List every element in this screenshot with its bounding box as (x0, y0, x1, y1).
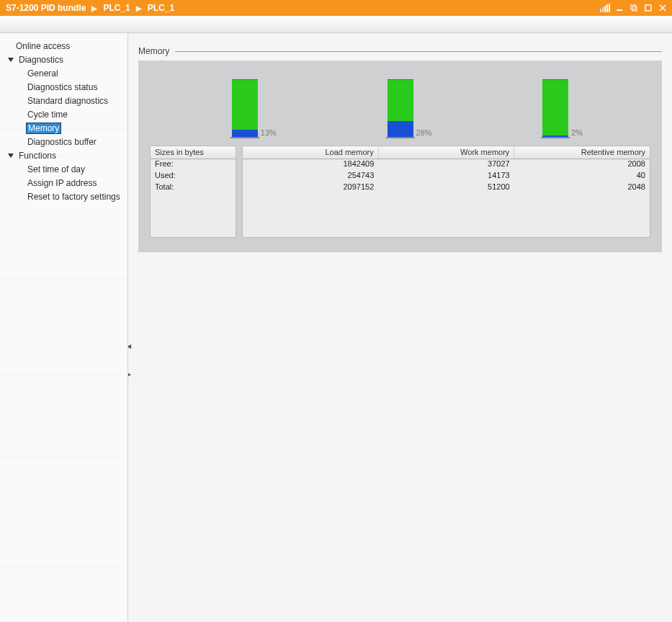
chevron-right-icon: ▶ (91, 4, 97, 12)
tree-item-label: Diagnostics buffer (26, 136, 98, 148)
sidebar: Online accessDiagnosticsGeneralDiagnosti… (0, 33, 128, 622)
splitter-left-icon[interactable]: ◀ (128, 343, 131, 350)
titlebar: S7-1200 PID bundle ▶ PLC_1 ▶ PLC_1 (0, 0, 672, 16)
bar-pct-label: 2% (571, 128, 583, 137)
content-area: ◀ ▶ Memory 13%28%2% Sizes in bytes Free:… (128, 33, 672, 622)
memory-charts: 13%28%2% (167, 79, 633, 137)
memory-bar-retentive-memory: 2% (478, 79, 633, 137)
tree-item-label: Online access (14, 40, 71, 52)
tree-item-label: Set time of day (26, 164, 86, 175)
cell-value: 254743 (243, 171, 378, 182)
breadcrumb-item[interactable]: S7-1200 PID bundle (6, 3, 86, 13)
caret-down-icon[interactable] (7, 56, 14, 63)
bar-chart (542, 79, 568, 137)
panel-title: Memory (138, 46, 169, 56)
memory-panel: 13%28%2% Sizes in bytes Free:Used:Total:… (138, 61, 662, 252)
tree-item-diagnostics-status[interactable]: Diagnostics status (0, 80, 127, 94)
row-label: Used: (151, 171, 236, 182)
table-header-sizes: Sizes in bytes (151, 146, 236, 159)
panel-header: Memory (138, 46, 662, 56)
svg-rect-3 (645, 5, 651, 11)
table-row: 2547431417340 (243, 171, 650, 182)
cell-value: 40 (514, 171, 650, 182)
svg-rect-2 (632, 6, 637, 11)
column-header[interactable]: Load memory (243, 146, 379, 159)
cell-value: 14173 (378, 171, 514, 182)
column-header[interactable]: Retentive memory (514, 146, 650, 159)
tree-item-label: Cycle time (26, 109, 69, 120)
tree-item-assign-ip-address[interactable]: Assign IP address (0, 176, 127, 190)
breadcrumb-item[interactable]: PLC_1 (148, 3, 174, 13)
table-row: 1842409370272008 (243, 159, 650, 171)
memory-bar-load-memory: 13% (167, 79, 323, 137)
tree-item-functions[interactable]: Functions (0, 148, 127, 162)
chevron-right-icon: ▶ (136, 4, 142, 12)
restore-button[interactable] (629, 3, 639, 13)
tree-item-diagnostics-buffer[interactable]: Diagnostics buffer (0, 135, 127, 148)
cell-value: 2008 (514, 159, 650, 171)
cell-value: 51200 (378, 182, 514, 194)
table-row: Used: (151, 171, 236, 182)
tree-item-label: General (26, 68, 60, 79)
tree-item-label: Functions (17, 150, 58, 161)
cell-value: 2097152 (243, 182, 378, 194)
tree-item-online-access[interactable]: Online access (0, 39, 127, 53)
cell-value: 37027 (378, 159, 514, 171)
tree-item-reset-to-factory-settings[interactable]: Reset to factory settings (0, 190, 127, 203)
close-button[interactable] (658, 3, 668, 13)
tree-item-label: Standard diagnostics (26, 95, 109, 107)
table-row-labels: Sizes in bytes Free:Used:Total: (150, 146, 236, 238)
tree-item-label: Memory (26, 123, 61, 134)
table-row: 2097152512002048 (243, 182, 650, 194)
breadcrumb-item[interactable]: PLC_1 (103, 3, 130, 13)
row-label: Free: (151, 159, 236, 171)
tree-item-cycle-time[interactable]: Cycle time (0, 107, 127, 121)
bar-pct-label: 13% (261, 128, 277, 137)
svg-rect-1 (631, 5, 635, 9)
svg-marker-7 (8, 154, 14, 158)
cell-value: 1842409 (243, 159, 378, 171)
toolbar (0, 16, 672, 33)
bar-chart (232, 79, 258, 137)
memory-table: Sizes in bytes Free:Used:Total: Load mem… (150, 146, 650, 238)
nav-tree: Online accessDiagnosticsGeneralDiagnosti… (0, 33, 127, 203)
minimize-button[interactable] (614, 3, 624, 13)
tree-item-memory[interactable]: Memory (0, 121, 127, 135)
tree-item-label: Reset to factory settings (26, 191, 122, 203)
signal-bars-icon (600, 4, 610, 12)
tree-item-label: Diagnostics (17, 54, 65, 66)
bar-used-segment (387, 121, 413, 137)
splitter-right-icon[interactable]: ▶ (128, 371, 131, 378)
bar-used-segment (232, 130, 258, 137)
tree-item-standard-diagnostics[interactable]: Standard diagnostics (0, 94, 127, 107)
bar-pct-label: 28% (416, 128, 432, 137)
cell-value: 2048 (514, 182, 650, 194)
tree-item-set-time-of-day[interactable]: Set time of day (0, 162, 127, 176)
caret-down-icon[interactable] (7, 152, 14, 159)
tree-item-diagnostics[interactable]: Diagnostics (0, 53, 127, 66)
maximize-button[interactable] (643, 3, 653, 13)
svg-marker-6 (8, 58, 14, 62)
table-row: Free: (151, 159, 236, 171)
table-row: Total: (151, 182, 236, 194)
row-label: Total: (151, 182, 236, 194)
tree-item-general[interactable]: General (0, 66, 127, 80)
column-header[interactable]: Work memory (379, 146, 515, 159)
svg-rect-0 (617, 9, 622, 11)
table-values: Load memoryWork memoryRetentive memory 1… (242, 146, 650, 238)
bar-chart (387, 79, 413, 137)
memory-bar-work-memory: 28% (323, 79, 478, 137)
tree-item-label: Assign IP address (26, 177, 99, 189)
tree-item-label: Diagnostics status (26, 81, 99, 93)
